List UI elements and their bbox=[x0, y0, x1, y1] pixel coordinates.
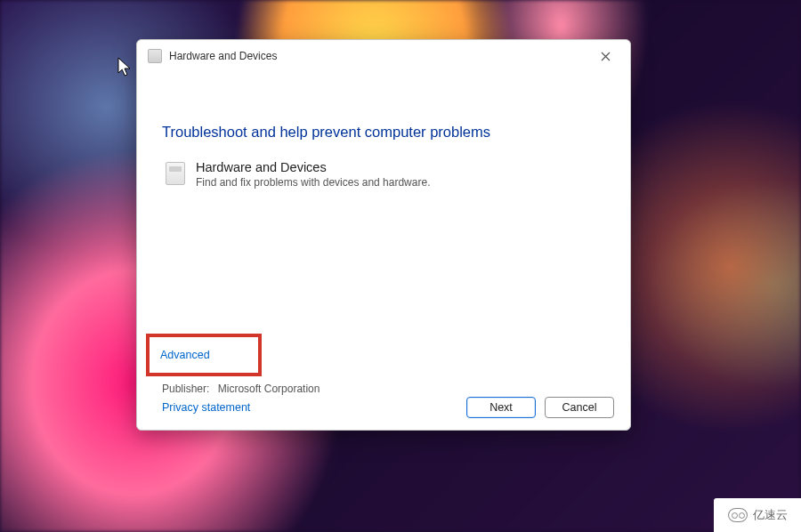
dialog-content: Troubleshoot and help prevent computer p… bbox=[137, 72, 630, 383]
advanced-link[interactable]: Advanced bbox=[160, 349, 210, 361]
hardware-icon bbox=[166, 162, 185, 185]
cloud-icon bbox=[728, 508, 748, 522]
troubleshooter-dialog: Hardware and Devices Troubleshoot and he… bbox=[136, 39, 631, 431]
cancel-button[interactable]: Cancel bbox=[545, 397, 614, 418]
troubleshooter-item: Hardware and Devices Find and fix proble… bbox=[166, 160, 605, 189]
publisher-row: Publisher: Microsoft Corporation bbox=[162, 383, 320, 395]
troubleshooter-text: Hardware and Devices Find and fix proble… bbox=[196, 160, 430, 189]
troubleshooter-name: Hardware and Devices bbox=[196, 160, 430, 174]
page-heading: Troubleshoot and help prevent computer p… bbox=[162, 124, 605, 141]
close-icon bbox=[601, 52, 611, 61]
publisher-value: Microsoft Corporation bbox=[218, 383, 320, 395]
next-button[interactable]: Next bbox=[466, 397, 536, 418]
watermark-text: 亿速云 bbox=[753, 507, 788, 523]
publisher-label: Publisher: bbox=[162, 383, 209, 395]
titlebar: Hardware and Devices bbox=[137, 40, 630, 72]
app-icon bbox=[148, 49, 162, 63]
troubleshooter-description: Find and fix problems with devices and h… bbox=[196, 176, 430, 189]
window-title: Hardware and Devices bbox=[169, 50, 586, 62]
privacy-statement-link[interactable]: Privacy statement bbox=[162, 401, 250, 414]
close-button[interactable] bbox=[586, 43, 625, 69]
watermark: 亿速云 bbox=[714, 498, 801, 532]
highlight-box: Advanced bbox=[146, 334, 262, 376]
